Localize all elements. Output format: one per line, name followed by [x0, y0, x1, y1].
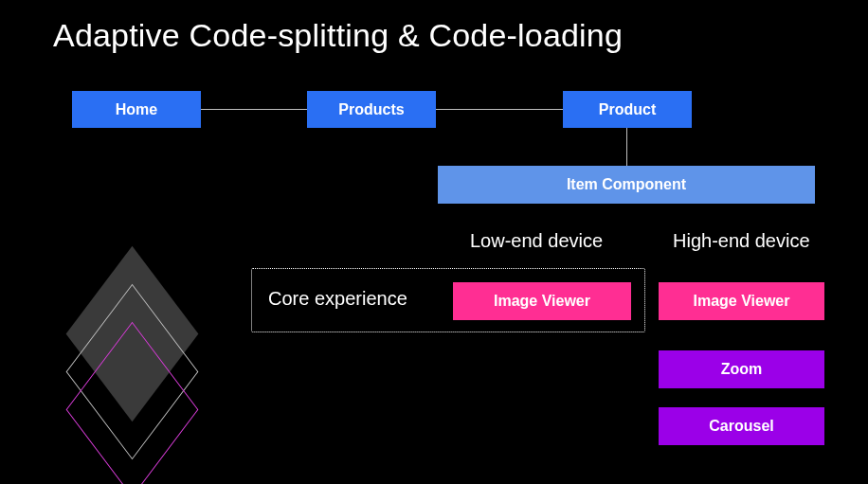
connector-product-item — [626, 128, 627, 166]
item-component-label: Item Component — [567, 176, 686, 193]
node-low-image-viewer: Image Viewer — [453, 282, 631, 320]
node-products: Products — [307, 91, 436, 128]
high-zoom-label: Zoom — [721, 361, 763, 378]
high-image-viewer-label: Image Viewer — [694, 293, 790, 310]
node-item-component: Item Component — [438, 166, 815, 204]
connector-home-products — [201, 109, 307, 110]
page-title: Adaptive Code-splitting & Code-loading — [53, 17, 623, 54]
node-product-label: Product — [599, 101, 656, 118]
node-products-label: Products — [338, 101, 404, 118]
label-low-end: Low-end device — [470, 230, 603, 252]
label-high-end: High-end device — [673, 230, 810, 252]
label-core: Core experience — [268, 288, 407, 310]
high-carousel-label: Carousel — [709, 418, 773, 435]
diagram-stage: Adaptive Code-splitting & Code-loading H… — [0, 0, 868, 484]
node-high-carousel: Carousel — [659, 407, 824, 445]
connector-products-product — [436, 109, 563, 110]
low-image-viewer-label: Image Viewer — [494, 293, 590, 310]
stacked-layers-icon — [26, 270, 225, 469]
node-home-label: Home — [116, 101, 157, 118]
node-product: Product — [563, 91, 692, 128]
node-high-zoom: Zoom — [659, 350, 824, 388]
node-home: Home — [72, 91, 201, 128]
node-high-image-viewer: Image Viewer — [659, 282, 824, 320]
